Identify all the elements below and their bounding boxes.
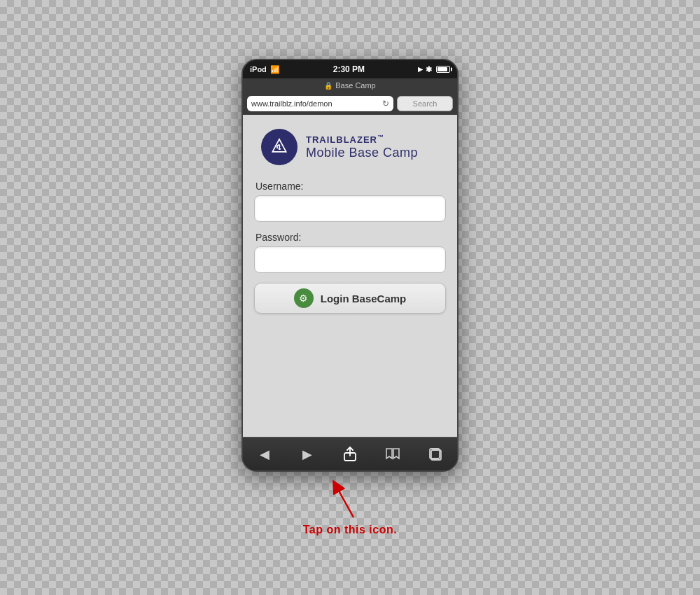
- url-text: www.trailblz.info/demon: [251, 99, 332, 108]
- password-label: Password:: [254, 232, 446, 243]
- share-icon: [342, 447, 358, 462]
- username-label: Username:: [254, 181, 446, 192]
- arrow-svg: [315, 479, 385, 521]
- battery-icon: [436, 66, 450, 73]
- app-header: TRAILBLAZER™ Mobile Base Camp: [254, 129, 446, 165]
- status-right: ▶ ✱: [418, 65, 450, 74]
- browser-chrome: 🔒 Base Camp www.trailblz.info/demon ↻ Se…: [243, 78, 457, 115]
- bookmarks-button[interactable]: [379, 440, 407, 468]
- app-title: TRAILBLAZER™ Mobile Base Camp: [306, 134, 418, 160]
- app-subtitle: Mobile Base Camp: [306, 146, 418, 160]
- carrier-label: iPod: [250, 65, 267, 74]
- back-button[interactable]: ◀: [251, 440, 279, 468]
- tap-label: Tap on this icon.: [303, 524, 397, 536]
- svg-line-5: [336, 486, 354, 517]
- logo-svg: [267, 134, 292, 160]
- username-group: Username:: [254, 181, 446, 222]
- browser-title: Base Camp: [335, 81, 375, 90]
- time-label: 2:30 PM: [333, 64, 365, 74]
- bottom-toolbar: ◀ ▶: [243, 437, 457, 470]
- password-input[interactable]: [254, 246, 446, 273]
- phone-device: iPod 📶 2:30 PM ▶ ✱ 🔒 Base Camp www.tr: [241, 59, 458, 472]
- share-button[interactable]: [336, 440, 364, 468]
- search-input[interactable]: Search: [397, 96, 453, 111]
- url-input-container[interactable]: www.trailblz.info/demon ↻: [247, 96, 393, 111]
- login-button[interactable]: ⚙ Login BaseCamp: [254, 283, 446, 314]
- status-left: iPod 📶: [250, 65, 280, 74]
- back-icon: ◀: [260, 447, 270, 462]
- url-bar: www.trailblz.info/demon ↻ Search: [243, 92, 457, 115]
- tabs-button[interactable]: [421, 440, 449, 468]
- password-group: Password:: [254, 232, 446, 273]
- refresh-button[interactable]: ↻: [382, 99, 389, 108]
- forward-icon: ▶: [302, 447, 312, 462]
- battery-fill: [438, 67, 447, 71]
- login-label: Login BaseCamp: [321, 293, 407, 304]
- title-bar: 🔒 Base Camp: [243, 78, 457, 92]
- tabs-icon: [428, 447, 442, 461]
- username-input[interactable]: [254, 195, 446, 222]
- page-content: TRAILBLAZER™ Mobile Base Camp Username: …: [243, 115, 457, 437]
- gear-icon: ⚙: [294, 288, 314, 308]
- forward-button[interactable]: ▶: [293, 440, 321, 468]
- phone-wrapper: iPod 📶 2:30 PM ▶ ✱ 🔒 Base Camp www.tr: [241, 59, 458, 536]
- app-logo: [261, 129, 298, 165]
- bluetooth-icon: ✱: [426, 65, 432, 74]
- play-icon: ▶: [418, 66, 423, 73]
- lock-icon: 🔒: [324, 82, 332, 90]
- app-name: TRAILBLAZER™: [306, 134, 418, 145]
- annotation: Tap on this icon.: [303, 479, 397, 536]
- wifi-icon: 📶: [270, 65, 280, 74]
- bookmarks-icon: [385, 447, 400, 461]
- status-bar: iPod 📶 2:30 PM ▶ ✱: [243, 60, 457, 78]
